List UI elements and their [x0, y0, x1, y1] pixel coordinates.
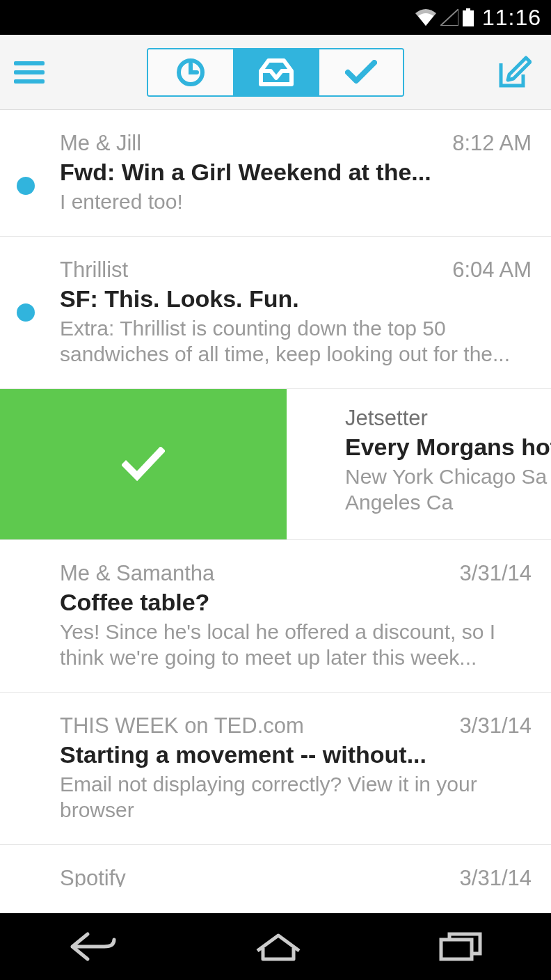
svg-rect-3 — [441, 940, 472, 959]
archive-swipe-action[interactable] — [0, 389, 287, 539]
status-time: 11:16 — [482, 5, 541, 31]
tab-inbox[interactable] — [233, 49, 318, 95]
email-row[interactable]: THIS WEEK on TED.com 3/31/14 Starting a … — [0, 693, 551, 845]
email-time: 6:04 AM — [452, 258, 532, 283]
email-from: Me & Jill — [60, 131, 141, 156]
unread-indicator — [17, 303, 35, 322]
email-time: 3/31/14 — [460, 561, 532, 586]
email-preview: New York Chicago Sa Paris Los Angeles Ca — [345, 464, 551, 516]
svg-rect-0 — [466, 8, 470, 10]
email-row[interactable]: Spotify 3/31/14 — [0, 845, 551, 887]
wifi-icon — [415, 9, 436, 26]
menu-icon[interactable] — [14, 61, 45, 84]
email-subject: SF: This. Looks. Fun. — [60, 285, 532, 313]
recents-button[interactable] — [438, 931, 483, 962]
email-subject: Starting a movement -- without... — [60, 741, 532, 768]
email-list[interactable]: Me & Jill 8:12 AM Fwd: Win a Girl Weeken… — [0, 110, 551, 913]
cell-signal-icon — [440, 9, 458, 26]
email-content: Jetsetter Every Morgans hot New York Chi… — [287, 389, 551, 539]
email-subject: Coffee table? — [60, 589, 532, 616]
clock-icon — [176, 58, 205, 87]
email-preview: I entered too! — [60, 189, 532, 215]
inbox-icon — [259, 58, 294, 86]
email-preview: Yes! Since he's local he offered a disco… — [60, 619, 532, 671]
email-subject: Every Morgans hot — [345, 434, 551, 461]
app-toolbar — [0, 35, 551, 110]
email-time: 3/31/14 — [460, 713, 532, 738]
email-preview: Email not displaying correctly? View it … — [60, 771, 532, 823]
email-row[interactable]: Me & Jill 8:12 AM Fwd: Win a Girl Weeken… — [0, 110, 551, 237]
email-time: 3/31/14 — [460, 866, 532, 887]
android-nav-bar — [0, 913, 551, 980]
tab-done[interactable] — [318, 49, 403, 95]
android-status-bar: 11:16 — [0, 0, 551, 35]
back-button[interactable] — [68, 931, 118, 962]
home-button[interactable] — [255, 931, 302, 962]
email-subject: Fwd: Win a Girl Weekend at the... — [60, 159, 532, 186]
check-icon — [345, 60, 377, 85]
email-from: Me & Samantha — [60, 561, 214, 586]
compose-icon — [497, 55, 532, 90]
email-from: Spotify — [60, 866, 126, 887]
email-from: Thrillist — [60, 258, 128, 283]
email-preview: Extra: Thrillist is counting down the to… — [60, 315, 532, 368]
email-time: 8:12 AM — [452, 131, 532, 156]
svg-rect-1 — [463, 10, 474, 26]
email-from: THIS WEEK on TED.com — [60, 713, 304, 738]
compose-button[interactable] — [497, 55, 532, 90]
unread-indicator — [17, 177, 35, 195]
email-row[interactable]: Thrillist 6:04 AM SF: This. Looks. Fun. … — [0, 237, 551, 389]
tab-later[interactable] — [148, 49, 233, 95]
email-from: Jetsetter — [345, 406, 551, 431]
check-icon — [122, 447, 165, 482]
view-segmented-control — [147, 48, 404, 97]
battery-icon — [463, 8, 474, 26]
email-row-swiped[interactable]: Jetsetter Every Morgans hot New York Chi… — [0, 389, 551, 540]
email-row[interactable]: Me & Samantha 3/31/14 Coffee table? Yes!… — [0, 540, 551, 693]
